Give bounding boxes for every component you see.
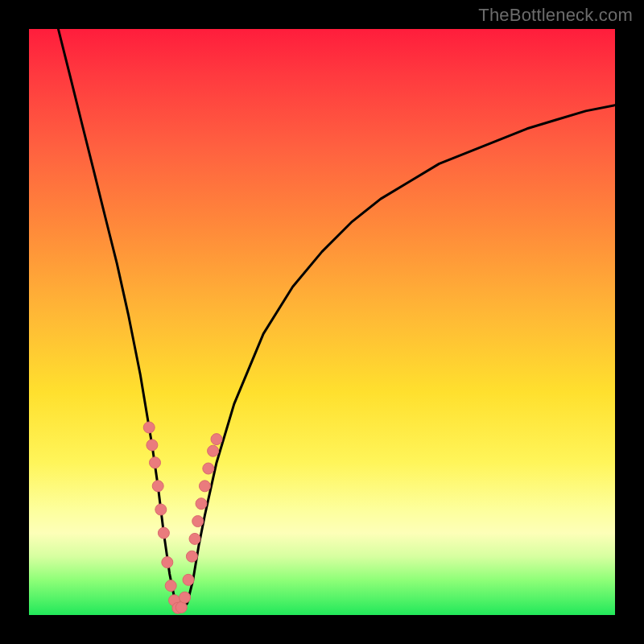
curve-marker: [180, 592, 191, 603]
curve-marker: [152, 481, 163, 492]
curve-marker: [150, 457, 161, 469]
curve-marker: [199, 481, 210, 492]
curve-marker: [155, 504, 167, 515]
curve-markers: [143, 422, 222, 613]
curve-marker: [211, 434, 222, 445]
outer-frame: TheBottleneck.com: [0, 0, 644, 644]
curve-marker: [165, 580, 176, 592]
curve-marker: [192, 516, 204, 527]
curve-marker: [183, 574, 194, 585]
curve-marker: [196, 498, 207, 510]
curve-marker: [186, 551, 197, 562]
plot-area: [29, 29, 615, 615]
curve-marker: [208, 445, 219, 456]
curve-marker: [143, 422, 155, 433]
curve-marker: [189, 533, 200, 544]
curve-marker: [162, 557, 173, 568]
watermark-text: TheBottleneck.com: [478, 5, 633, 26]
curve-svg: [29, 29, 615, 615]
curve-marker: [147, 440, 158, 451]
curve-marker: [203, 463, 214, 474]
curve-marker: [158, 527, 169, 539]
bottleneck-curve: [58, 29, 615, 609]
